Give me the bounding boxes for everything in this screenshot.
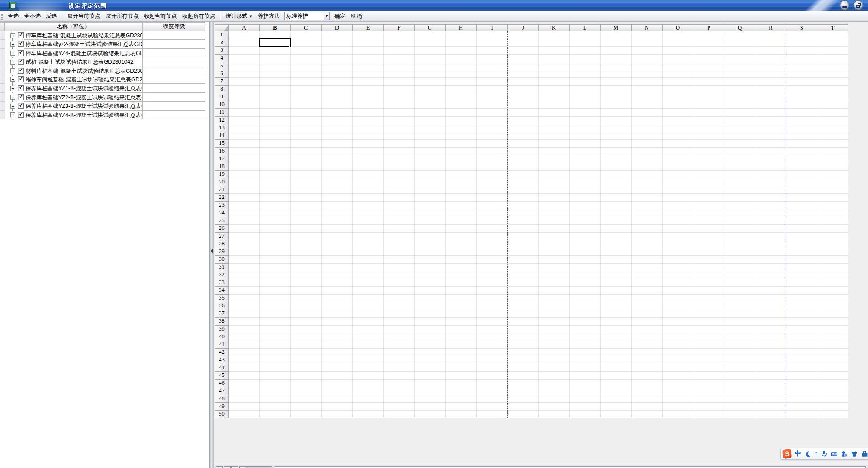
tree-row-name[interactable]: 停车库桩基础YZ4-混凝土试块试验结果汇总表GD2 [24, 49, 143, 57]
row-selector-strip[interactable] [0, 57, 5, 66]
row-header-49[interactable]: 49 [215, 403, 229, 411]
row-checkbox[interactable]: ✔ [18, 112, 24, 118]
row-checkbox[interactable]: ✔ [18, 68, 24, 74]
panel-splitter[interactable] [209, 22, 214, 468]
column-header-C[interactable]: C [291, 24, 322, 31]
tree-row-name[interactable]: 停车库桩基础yz2-混凝土试块试验结果汇总表GD2 [24, 40, 143, 48]
column-header-P[interactable]: P [693, 24, 724, 31]
row-header-26[interactable]: 26 [215, 225, 229, 233]
row-header-46[interactable]: 46 [215, 380, 229, 387]
row-header-10[interactable]: 10 [215, 101, 229, 109]
row-checkbox[interactable]: ✔ [18, 32, 24, 38]
cancel-button[interactable]: 取消 [348, 11, 365, 21]
sogou-logo-icon[interactable]: S [782, 449, 792, 459]
tree-row-grade[interactable] [143, 93, 205, 102]
row-header-23[interactable]: 23 [215, 202, 229, 209]
row-header-44[interactable]: 44 [215, 364, 229, 372]
row-header-12[interactable]: 12 [215, 117, 229, 124]
row-header-3[interactable]: 3 [215, 47, 229, 55]
column-header-E[interactable]: E [353, 24, 384, 31]
tree-row-name[interactable]: 试桩-混凝土试块试验结果汇总表GD2301042 [24, 57, 143, 66]
row-checkbox[interactable]: ✔ [18, 59, 24, 65]
expand-node-icon[interactable]: + [10, 112, 15, 117]
row-header-21[interactable]: 21 [215, 186, 229, 194]
expand-all-nodes-button[interactable]: 展开所有节点 [103, 11, 141, 21]
row-header-28[interactable]: 28 [215, 240, 229, 248]
column-header-J[interactable]: J [508, 24, 539, 31]
minimize-button[interactable] [840, 0, 849, 10]
tree-row-grade[interactable] [143, 75, 205, 84]
moon-icon[interactable] [804, 450, 811, 458]
tree-row-grade[interactable] [143, 84, 205, 92]
tree-row-name[interactable]: 保养库桩基础YZ1-B-混凝土试块试验结果汇总表G [24, 84, 143, 92]
column-header-B[interactable]: B [260, 24, 291, 31]
column-header-Q[interactable]: Q [724, 24, 755, 31]
tree-row-name[interactable]: 保养库桩基础YZ4-B-混凝土试块试验结果汇总表G [24, 111, 143, 119]
fill-handle[interactable] [289, 46, 292, 48]
row-selector-strip[interactable] [0, 102, 5, 110]
column-header-K[interactable]: K [539, 24, 570, 31]
row-header-16[interactable]: 16 [215, 148, 229, 155]
collapse-left-icon[interactable] [211, 249, 213, 253]
column-header-G[interactable]: G [415, 24, 446, 31]
row-header-31[interactable]: 31 [215, 264, 229, 271]
row-header-15[interactable]: 15 [215, 140, 229, 148]
tree-row-grade[interactable] [143, 49, 205, 57]
restore-button[interactable] [853, 0, 863, 10]
row-header-18[interactable]: 18 [215, 163, 229, 171]
row-header-47[interactable]: 47 [215, 387, 229, 395]
ok-button[interactable]: 确定 [332, 11, 348, 21]
row-header-37[interactable]: 37 [215, 310, 229, 318]
expand-node-icon[interactable]: + [10, 77, 15, 82]
tab-next-button[interactable] [231, 466, 238, 468]
row-header-38[interactable]: 38 [215, 318, 229, 326]
expand-node-icon[interactable]: + [10, 104, 15, 109]
row-header-22[interactable]: 22 [215, 194, 229, 202]
expand-node-icon[interactable]: + [10, 33, 15, 38]
row-checkbox[interactable]: ✔ [18, 76, 24, 82]
expand-node-icon[interactable]: + [10, 86, 15, 91]
expand-node-icon[interactable]: + [10, 42, 15, 47]
curing-method-select[interactable]: 标准养护 ▼ [284, 12, 330, 20]
column-header-O[interactable]: O [663, 24, 693, 31]
column-header-T[interactable]: T [817, 24, 848, 31]
chevron-down-icon[interactable]: ▼ [324, 12, 329, 20]
row-checkbox[interactable]: ✔ [18, 41, 24, 47]
collapse-current-node-button[interactable]: 收起当前节点 [141, 11, 180, 21]
expand-node-icon[interactable]: + [10, 60, 15, 65]
row-header-32[interactable]: 32 [215, 271, 229, 279]
tab-first-button[interactable] [216, 466, 223, 468]
tree-row-grade[interactable] [143, 102, 205, 110]
tree-row-name[interactable]: 保养库桩基础YZ2-B-混凝土试块试验结果汇总表G [24, 93, 143, 102]
row-header-14[interactable]: 14 [215, 132, 229, 140]
row-header-33[interactable]: 33 [215, 279, 229, 287]
row-header-19[interactable]: 19 [215, 171, 229, 178]
row-header-50[interactable]: 50 [215, 411, 229, 418]
column-header-N[interactable]: N [632, 24, 663, 31]
row-header-1[interactable]: 1 [215, 31, 229, 39]
row-header-43[interactable]: 43 [215, 356, 229, 364]
column-header-F[interactable]: F [384, 24, 415, 31]
row-checkbox[interactable]: ✔ [18, 94, 24, 100]
row-header-9[interactable]: 9 [215, 93, 229, 101]
column-header-L[interactable]: L [570, 24, 601, 31]
column-header-I[interactable]: I [477, 24, 508, 31]
column-header-M[interactable]: M [601, 24, 632, 31]
row-header-5[interactable]: 5 [215, 62, 229, 70]
select-all-button[interactable]: 全选 [5, 11, 21, 21]
column-header-A[interactable]: A [229, 24, 260, 31]
row-header-17[interactable]: 17 [215, 155, 229, 163]
column-header-R[interactable]: R [755, 24, 786, 31]
row-header-45[interactable]: 45 [215, 372, 229, 380]
row-header-29[interactable]: 29 [215, 248, 229, 256]
toolbox-icon[interactable] [861, 450, 868, 458]
sheet-tab-active[interactable] [273, 466, 866, 468]
stats-form-dropdown-button[interactable]: 统计形式▼ [223, 11, 255, 21]
select-none-button[interactable]: 全不选 [21, 11, 43, 21]
column-header-D[interactable]: D [322, 24, 353, 31]
tree-row-name[interactable]: 停车库桩基础-混凝土试块试验结果汇总表GD2301 [24, 31, 143, 40]
invert-selection-button[interactable]: 反选 [43, 11, 60, 21]
row-selector-strip[interactable] [0, 40, 5, 48]
row-header-4[interactable]: 4 [215, 55, 229, 62]
row-header-6[interactable]: 6 [215, 70, 229, 78]
